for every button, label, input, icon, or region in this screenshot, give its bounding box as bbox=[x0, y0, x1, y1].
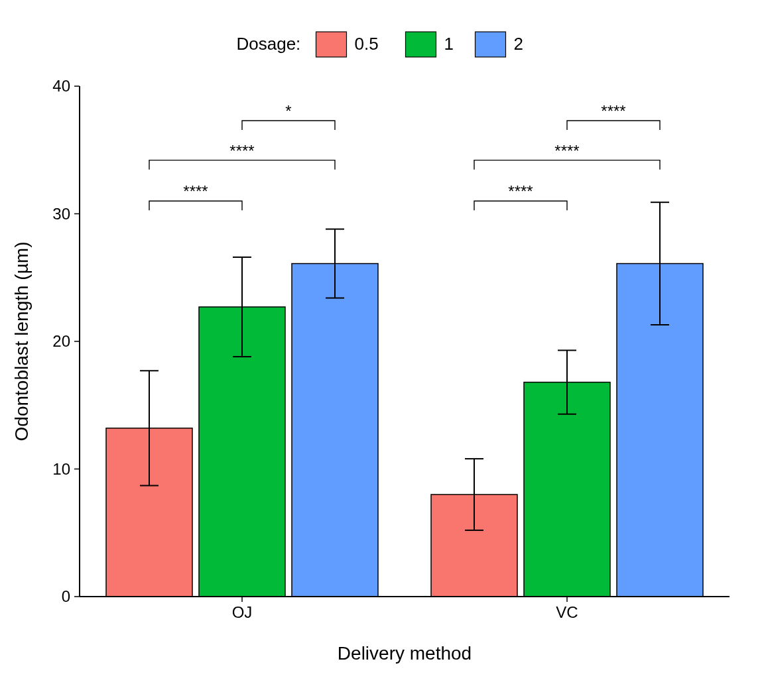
significance-bracket bbox=[149, 201, 242, 210]
significance-label: **** bbox=[183, 182, 208, 200]
y-axis-title: Odontoblast length (µm) bbox=[11, 242, 32, 441]
legend-swatch bbox=[476, 32, 506, 57]
x-category-label: VC bbox=[556, 603, 578, 621]
y-tick-label: 40 bbox=[52, 77, 70, 95]
legend-swatch bbox=[406, 32, 436, 57]
legend-swatch bbox=[316, 32, 347, 57]
significance-label: **** bbox=[601, 102, 625, 120]
y-tick-label: 20 bbox=[52, 332, 70, 350]
y-tick-label: 0 bbox=[62, 587, 70, 605]
significance-label: **** bbox=[508, 182, 533, 200]
significance-bracket bbox=[567, 121, 660, 130]
significance-label: * bbox=[285, 102, 291, 120]
significance-bracket bbox=[474, 160, 660, 170]
significance-bracket bbox=[149, 160, 335, 170]
legend-label: 1 bbox=[444, 34, 454, 54]
significance-bracket bbox=[474, 201, 567, 210]
legend-label: 2 bbox=[514, 34, 523, 54]
significance-label: **** bbox=[554, 142, 579, 160]
significance-bracket bbox=[242, 121, 335, 130]
y-tick-label: 10 bbox=[52, 460, 70, 478]
legend-label: 0.5 bbox=[355, 34, 379, 54]
bar-chart: 010203040OJVC*********************Delive… bbox=[0, 0, 764, 700]
significance-label: **** bbox=[229, 142, 254, 160]
x-axis-title: Delivery method bbox=[338, 643, 472, 664]
bar-OJ-2 bbox=[292, 264, 378, 597]
x-category-label: OJ bbox=[232, 603, 253, 621]
legend-title: Dosage: bbox=[237, 34, 301, 54]
y-tick-label: 30 bbox=[52, 205, 70, 223]
